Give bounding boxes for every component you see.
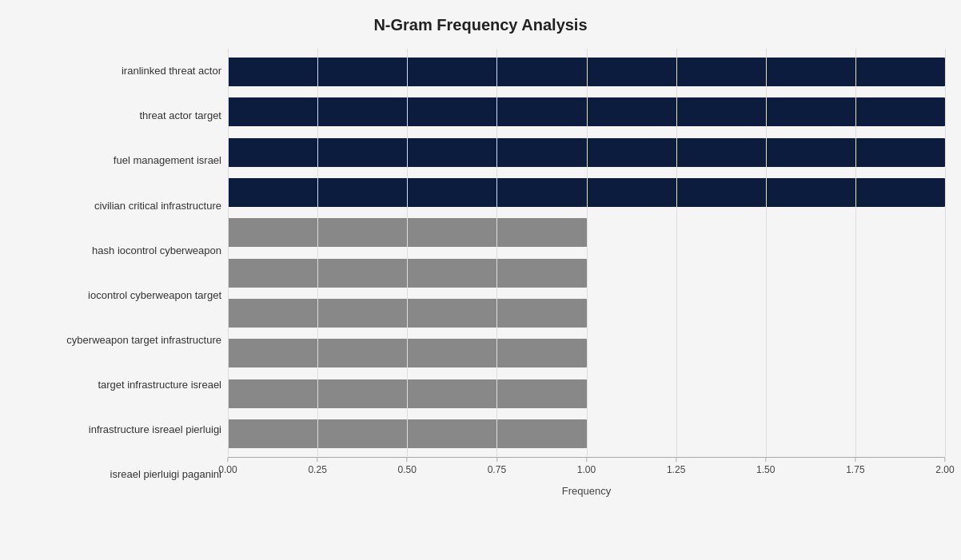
x-tick-line <box>676 458 676 462</box>
y-label: infrastructure isreael pierluigi <box>16 407 221 452</box>
x-tick-line <box>586 458 587 462</box>
y-label: fuel management israel <box>16 138 221 183</box>
grid-line <box>676 49 677 457</box>
y-label: hash iocontrol cyberweapon <box>16 228 221 272</box>
x-tick: 0.00 <box>218 458 237 475</box>
x-tick: 1.25 <box>667 458 685 475</box>
x-tick-label: 2.00 <box>935 464 954 475</box>
grid-line <box>407 49 408 457</box>
x-tick: 1.75 <box>846 458 864 475</box>
x-tick: 0.75 <box>488 458 506 475</box>
x-tick-label: 0.50 <box>398 464 417 475</box>
x-tick-label: 1.75 <box>846 464 864 475</box>
y-label: target infrastructure isreael <box>16 363 221 407</box>
x-tick-line <box>227 458 228 462</box>
bars-and-x: Frequency 0.000.250.500.751.001.251.501.… <box>228 49 945 497</box>
y-label: civilian critical infrastructure <box>16 183 221 228</box>
x-tick: 2.00 <box>935 458 954 475</box>
x-tick: 0.50 <box>398 458 417 475</box>
grid-line <box>317 49 318 457</box>
x-tick: 0.25 <box>308 458 326 475</box>
y-label: threat actor target <box>16 93 221 138</box>
grid-line <box>766 49 767 457</box>
chart-title: N-Gram Frequency Analysis <box>16 16 945 34</box>
chart-container: N-Gram Frequency Analysis iranlinked thr… <box>0 0 961 560</box>
x-tick-label: 0.00 <box>218 464 237 475</box>
x-tick: 1.50 <box>756 458 775 475</box>
bars-area <box>228 49 945 457</box>
x-axis: Frequency 0.000.250.500.751.001.251.501.… <box>228 457 945 497</box>
x-tick-label: 0.75 <box>488 464 506 475</box>
x-axis-title: Frequency <box>228 485 945 497</box>
x-tick-line <box>317 458 318 462</box>
y-label: iranlinked threat actor <box>16 49 221 93</box>
grid-line <box>228 49 229 457</box>
x-tick: 1.00 <box>577 458 596 475</box>
grid-line <box>496 49 497 457</box>
x-tick-label: 1.25 <box>667 464 685 475</box>
grid-line <box>855 49 856 457</box>
y-label: cyberweapon target infrastructure <box>16 318 221 363</box>
grid-line <box>945 49 946 457</box>
x-tick-line <box>855 458 855 462</box>
x-tick-label: 1.00 <box>577 464 596 475</box>
chart-area: iranlinked threat actorthreat actor targ… <box>16 49 945 497</box>
x-tick-line <box>944 458 945 462</box>
y-label: isreael pierluigi paganini <box>16 452 221 497</box>
x-tick-label: 0.25 <box>308 464 326 475</box>
y-labels: iranlinked threat actorthreat actor targ… <box>16 49 228 497</box>
grid-line <box>587 49 588 457</box>
y-label: iocontrol cyberweapon target <box>16 273 221 318</box>
x-tick-label: 1.50 <box>756 464 775 475</box>
x-tick-line <box>765 458 766 462</box>
x-tick-line <box>407 458 408 462</box>
x-tick-line <box>496 458 497 462</box>
